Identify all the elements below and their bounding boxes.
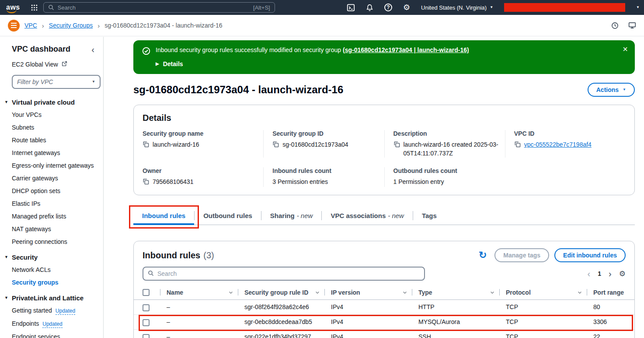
sidebar-item-endpoint-services[interactable]: Endpoint services xyxy=(0,331,103,338)
notifications-bell-icon[interactable] xyxy=(366,4,373,11)
column-header-name[interactable]: Name xyxy=(160,286,238,300)
cell-ip-version: IPv4 xyxy=(324,315,412,330)
ec2-global-view-link[interactable]: EC2 Global View xyxy=(0,58,103,72)
column-label: Port range xyxy=(593,289,624,296)
cell-type: HTTP xyxy=(412,300,499,315)
cloudshell-icon[interactable] xyxy=(347,4,355,12)
sidebar-item-subnets[interactable]: Subnets xyxy=(0,121,103,134)
section-privatelink-and-lattice[interactable]: ▼PrivateLink and Lattice xyxy=(0,289,103,304)
rules-search[interactable] xyxy=(143,267,425,281)
caret-down-icon: ▼ xyxy=(4,296,8,300)
field-description: Description launch-wizard-16 created 202… xyxy=(384,130,505,158)
sidebar-item-getting-started[interactable]: Getting startedUpdated xyxy=(0,304,103,317)
search-icon xyxy=(48,4,54,11)
sidebar-item-network-acls[interactable]: Network ACLs xyxy=(0,264,103,276)
region-selector[interactable]: United States (N. Virginia)▼ xyxy=(421,4,493,11)
cell-ip-version: IPv4 xyxy=(324,300,412,315)
sort-caret-icon[interactable] xyxy=(402,290,407,295)
flash-details-toggle[interactable]: ▶ Details xyxy=(156,60,614,67)
column-label: Protocol xyxy=(506,289,531,296)
breadcrumb-security-groups[interactable]: Security Groups xyxy=(49,22,93,29)
settings-gear-icon[interactable]: ⚙ xyxy=(403,4,410,11)
sidebar-item-endpoints[interactable]: EndpointsUpdated xyxy=(0,317,103,331)
aws-logo[interactable]: aws xyxy=(6,4,20,11)
breadcrumb-vpc[interactable]: VPC xyxy=(24,22,37,29)
history-clock-icon[interactable] xyxy=(611,22,619,29)
column-header-type[interactable]: Type xyxy=(412,286,499,300)
column-header-rule-id[interactable]: Security group rule ID xyxy=(238,286,324,300)
copy-icon[interactable] xyxy=(143,141,149,150)
select-all-checkbox[interactable] xyxy=(143,289,150,296)
sidebar-item-nat-gateways[interactable]: NAT gateways xyxy=(0,223,103,236)
sidebar-item-dhcp-option-sets[interactable]: DHCP option sets xyxy=(0,185,103,197)
pagination-next-icon[interactable]: › xyxy=(609,269,612,278)
section-security[interactable]: ▼Security xyxy=(0,248,103,264)
table-preferences-gear-icon[interactable]: ⚙ xyxy=(619,270,626,278)
sidebar-item-peering-connections[interactable]: Peering connections xyxy=(0,236,103,248)
field-value: 3 Permission entries xyxy=(272,177,328,186)
cell-port-range: 22 xyxy=(587,330,634,338)
edit-inbound-rules-button[interactable]: Edit inbound rules xyxy=(554,248,626,262)
updated-badge: Updated xyxy=(56,308,75,315)
actions-button[interactable]: Actions▼ xyxy=(588,83,635,97)
apps-grid-icon[interactable] xyxy=(31,4,38,11)
field-empty xyxy=(505,167,626,187)
section-virtual-private-cloud[interactable]: ▼Virtual private cloud xyxy=(0,93,103,109)
copy-icon[interactable] xyxy=(514,141,521,150)
filter-by-vpc-select[interactable]: Filter by VPC ▼ xyxy=(12,75,101,89)
sidebar-item-internet-gateways[interactable]: Internet gateways xyxy=(0,147,103,159)
section-title: PrivateLink and Lattice xyxy=(12,294,84,302)
sort-caret-icon[interactable] xyxy=(577,290,582,295)
pagination-previous-icon[interactable]: ‹ xyxy=(588,269,591,278)
sidebar-collapse-icon[interactable]: ‹ xyxy=(91,45,94,54)
rules-search-input[interactable] xyxy=(157,270,420,277)
table-row: – sgr-08f264f928a62c4e6 IPv4 HTTP TCP 80 xyxy=(134,300,634,315)
column-header-ip-version[interactable]: IP version xyxy=(324,286,412,300)
sort-caret-icon[interactable] xyxy=(490,290,495,295)
column-header-protocol[interactable]: Protocol xyxy=(499,286,587,300)
tab-outbound-rules[interactable]: Outbound rules xyxy=(195,207,261,225)
refresh-button[interactable]: ↻ xyxy=(476,249,489,262)
sort-caret-icon[interactable] xyxy=(228,290,233,295)
tab-inbound-rules[interactable]: Inbound rules xyxy=(133,207,194,225)
inbound-rules-card: Inbound rules (3) ↻ Manage tags Edit inb… xyxy=(133,241,635,338)
chevron-down-icon: ▼ xyxy=(92,80,95,84)
tab-label: Inbound rules xyxy=(142,212,185,219)
global-search-input[interactable] xyxy=(58,4,270,11)
sidebar-item-carrier-gateways[interactable]: Carrier gateways xyxy=(0,172,103,185)
tab-tags[interactable]: Tags xyxy=(413,207,446,225)
help-icon[interactable]: ? xyxy=(384,4,392,11)
sidebar-item-route-tables[interactable]: Route tables xyxy=(0,134,103,147)
flash-security-group-link[interactable]: (sg-01680cd12c1973a04 | launch-wizard-16… xyxy=(343,46,469,53)
tab-sharing[interactable]: Sharing- new xyxy=(261,207,322,225)
manage-tags-button[interactable]: Manage tags xyxy=(494,248,549,262)
copy-icon[interactable] xyxy=(272,141,279,150)
tab-vpc-associations[interactable]: VPC associations- new xyxy=(322,207,413,225)
sort-caret-icon[interactable] xyxy=(315,290,320,295)
field-label: Outbound rules count xyxy=(393,167,499,174)
hamburger-menu-button[interactable] xyxy=(8,20,20,32)
field-security-group-id: Security group ID sg-01680cd12c1973a04 xyxy=(263,130,384,158)
row-checkbox[interactable] xyxy=(143,304,150,311)
sidebar-item-label: Getting started xyxy=(12,307,52,314)
field-label: Inbound rules count xyxy=(272,167,378,174)
screen-layout-icon[interactable] xyxy=(628,21,636,29)
copy-icon[interactable] xyxy=(393,141,400,150)
vpc-id-link[interactable]: vpc-055522be7c7198af4 xyxy=(524,140,592,149)
copy-icon[interactable] xyxy=(143,178,149,187)
sidebar-item-security-groups[interactable]: Security groups xyxy=(0,276,103,289)
flash-message: Inbound security group rules successfull… xyxy=(156,46,469,53)
topbar-right-cluster: ? ⚙ United States (N. Virginia)▼ ▼ xyxy=(347,3,644,12)
column-header-port-range[interactable]: Port range xyxy=(587,286,634,300)
sidebar-item-your-vpcs[interactable]: Your VPCs xyxy=(0,109,103,121)
row-checkbox[interactable] xyxy=(143,334,150,338)
account-menu-caret-icon[interactable]: ▼ xyxy=(636,6,640,9)
sidebar-item-elastic-ips[interactable]: Elastic IPs xyxy=(0,197,103,210)
field-owner: Owner 795668106431 xyxy=(143,167,263,187)
global-search[interactable]: [Alt+S] xyxy=(43,2,275,13)
sidebar-item-managed-prefix-lists[interactable]: Managed prefix lists xyxy=(0,210,103,223)
row-checkbox[interactable] xyxy=(143,319,150,326)
sidebar-item-egress-only-internet-gateways[interactable]: Egress-only internet gateways xyxy=(0,159,103,172)
cell-rule-id: sgr-08f264f928a62c4e6 xyxy=(238,300,324,315)
close-icon[interactable]: × xyxy=(623,45,628,53)
